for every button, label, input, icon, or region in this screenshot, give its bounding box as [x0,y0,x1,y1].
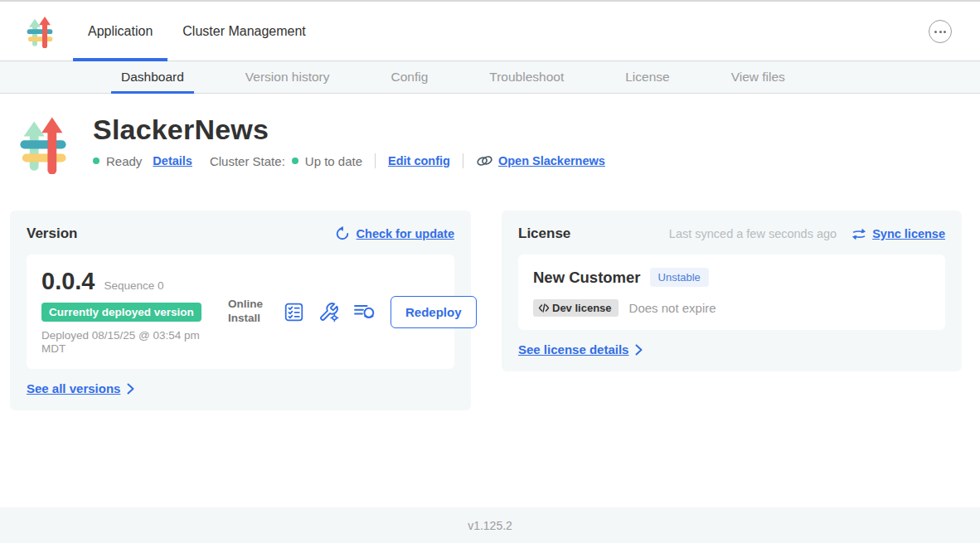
app-header-bar: Application Cluster Management [0,2,980,61]
nav-cluster-management-label: Cluster Management [182,24,306,39]
license-type-badge: Dev license [533,299,619,317]
page-title: SlackerNews [93,114,605,145]
preflight-checks-button[interactable] [284,302,304,322]
version-actions: Online Install [228,296,477,328]
license-type-label: Dev license [552,302,612,314]
customer-name: New Customer [533,269,641,287]
check-for-update[interactable]: Check for update [335,226,454,241]
version-number: 0.0.4 [41,268,95,295]
redeploy-button[interactable]: Redeploy [391,296,477,328]
tab-view-files[interactable]: View files [721,61,795,93]
console-version: v1.125.2 [468,519,512,532]
status-details-link[interactable]: Details [153,154,192,167]
edit-config-link[interactable]: Edit config [388,154,450,167]
refresh-icon [335,226,350,241]
nav-application[interactable]: Application [73,2,167,61]
version-card: Version Check for update 0.0.4 Sequence … [10,211,471,410]
nav-cluster-management[interactable]: Cluster Management [167,2,321,61]
tab-config[interactable]: Config [381,61,439,93]
app-icon [13,114,73,174]
divider [463,153,463,168]
wrench-gear-icon [318,302,339,322]
tab-version-history[interactable]: Version history [235,61,340,93]
checklist-icon [284,302,304,322]
sync-license-link[interactable]: Sync license [851,227,945,241]
tab-dashboard[interactable]: Dashboard [111,61,194,93]
current-version-panel: 0.0.4 Sequence 0 Currently deployed vers… [27,255,454,369]
tab-troubleshoot[interactable]: Troubleshoot [479,61,574,93]
top-navigation: Application Cluster Management [73,2,321,61]
nav-application-label: Application [88,24,153,39]
cluster-state-label: Cluster State: [210,154,285,168]
version-info: 0.0.4 Sequence 0 Currently deployed vers… [41,268,228,356]
deployed-status-badge: Currently deployed version [41,303,201,322]
chevron-right-icon [634,344,643,356]
brand-logo-icon[interactable] [23,15,56,48]
app-masthead-text: SlackerNews Ready Details Cluster State:… [93,114,605,168]
last-synced-text: Last synced a few seconds ago [669,227,837,240]
see-license-details-label: See license details [518,342,628,356]
version-sequence: Sequence 0 [104,279,164,292]
license-card: License Last synced a few seconds ago Sy… [502,211,962,371]
app-masthead: SlackerNews Ready Details Cluster State:… [13,114,980,174]
license-details-panel: New Customer Unstable Dev license Does n… [518,255,945,330]
app-status-dot [93,158,99,164]
app-tab-bar: Dashboard Version history Config Trouble… [0,61,980,94]
license-card-header: License Last synced a few seconds ago Sy… [518,225,945,242]
chain-link-icon [476,154,493,167]
check-for-update-label: Check for update [357,227,454,240]
open-app-label: Open Slackernews [498,154,605,167]
channel-badge: Unstable [650,268,709,287]
cluster-state-dot [292,158,298,164]
see-all-versions-link[interactable]: See all versions [27,381,454,395]
see-all-versions-label: See all versions [27,381,120,395]
dashboard-cards: Version Check for update 0.0.4 Sequence … [0,211,980,410]
sync-license-label: Sync license [872,227,945,240]
configure-version-button[interactable] [318,302,339,322]
chevron-right-icon [126,383,135,395]
tab-license[interactable]: License [615,61,679,93]
version-card-title: Version [27,225,77,242]
ellipsis-icon [934,31,937,33]
overflow-menu-button[interactable] [929,20,952,43]
license-card-title: License [518,225,570,242]
divider [375,153,376,168]
view-deploy-logs-button[interactable] [353,302,376,322]
deployed-timestamp: Deployed 08/15/25 @ 03:54 pm MDT [41,329,220,356]
console-footer: v1.125.2 [0,507,980,543]
license-expiration: Does not expire [629,301,716,315]
sync-arrows-icon [851,227,866,241]
slackernews-app-logo [13,114,73,174]
logs-magnifier-icon [353,302,376,322]
version-card-header: Version Check for update [27,225,454,242]
code-brackets-icon [538,303,550,313]
see-license-details-link[interactable]: See license details [518,342,945,356]
cluster-state-value: Up to date [305,154,362,168]
app-status-text: Ready [106,154,142,168]
install-type-label: Online Install [228,298,269,326]
slackernews-logo-icon [23,15,56,48]
open-app-link[interactable]: Open Slackernews [476,154,605,167]
app-status-row: Ready Details Cluster State: Up to date … [93,153,605,168]
